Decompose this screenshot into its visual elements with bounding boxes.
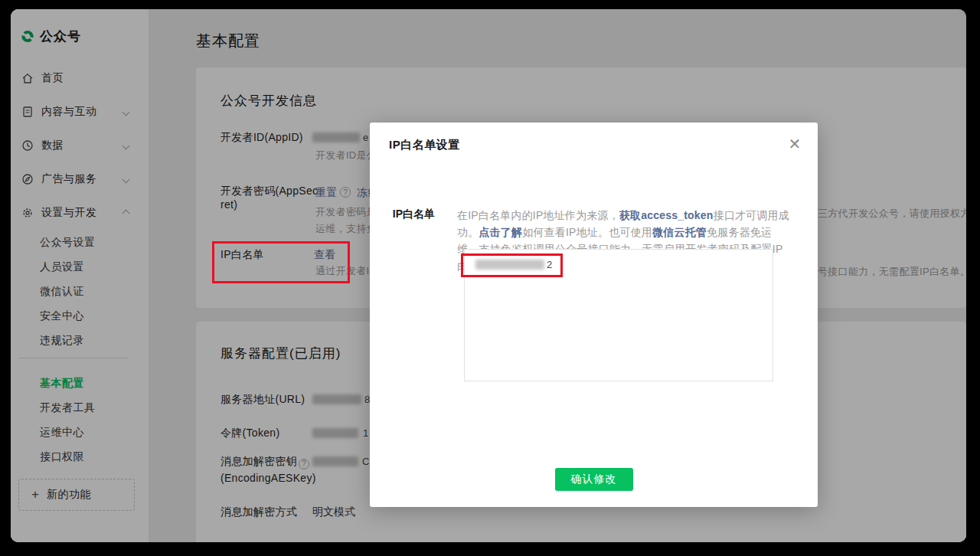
ip-whitelist-textarea[interactable]: 2 bbox=[464, 249, 773, 381]
desc-text: 如何查看IP地址。也可使用 bbox=[522, 226, 652, 238]
close-icon[interactable]: ✕ bbox=[787, 136, 802, 152]
modal-field-label: IP白名单 bbox=[389, 208, 435, 221]
confirm-modify-button[interactable]: 确认修改 bbox=[555, 468, 633, 491]
screenshot-stage: 公众号 首页 内容与互动 数据 广告与服务 bbox=[0, 0, 980, 556]
ip-whitelist-modal: IP白名单设置 ✕ IP白名单 在IP白名单内的IP地址作为来源，获取acces… bbox=[370, 123, 818, 507]
ip-redacted-value bbox=[475, 260, 544, 270]
ip-value-tail: 2 bbox=[547, 259, 552, 270]
click-to-learn-link[interactable]: 点击了解 bbox=[479, 226, 522, 238]
desc-text: 在IP白名单内的IP地址作为来源， bbox=[457, 209, 619, 221]
wechat-cloud-hosting-link[interactable]: 微信云托管 bbox=[652, 226, 707, 238]
get-access-token-link[interactable]: 获取access_token bbox=[619, 209, 714, 221]
modal-title: IP白名单设置 bbox=[389, 138, 460, 152]
